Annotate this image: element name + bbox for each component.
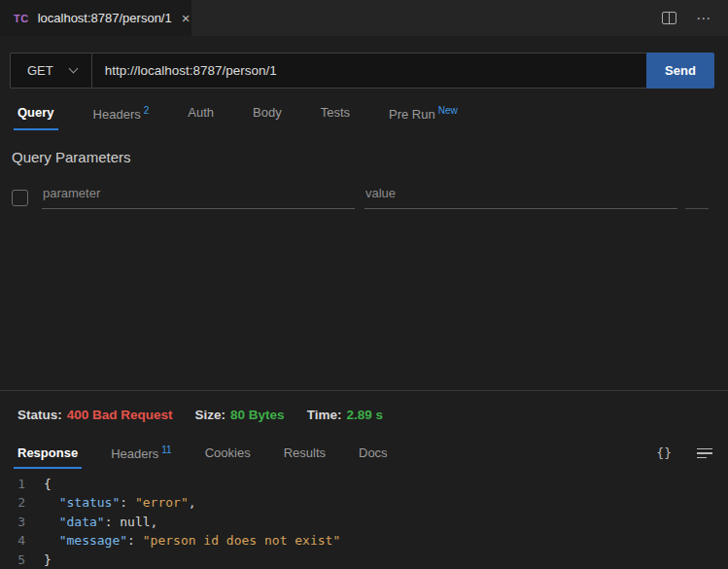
line-number: 1: [0, 475, 25, 493]
json-token: }: [44, 552, 52, 567]
tab-headers[interactable]: Headers2: [89, 97, 154, 130]
tab-pre-run[interactable]: Pre RunNew: [385, 97, 462, 130]
json-token: "error": [135, 495, 189, 510]
json-token: :: [105, 515, 121, 529]
time-value: 2.89 s: [346, 408, 383, 422]
url-input[interactable]: [92, 53, 646, 88]
thunder-client-icon: TC: [14, 13, 29, 24]
line-number: 4: [0, 531, 25, 550]
empty-area: [0, 209, 728, 389]
line-number: 3: [0, 513, 25, 531]
param-enable-checkbox[interactable]: [12, 190, 28, 206]
send-button[interactable]: Send: [646, 53, 714, 89]
response-headers-count-badge: 11: [161, 445, 171, 455]
request-section: GET Send Query Headers2 Auth Body Tests …: [0, 36, 728, 209]
response-meta-row: Status:400 Bad Request Size:80 Bytes Tim…: [0, 391, 728, 435]
code-line: 3 "data": null,: [0, 513, 728, 531]
size-value: 80 Bytes: [230, 408, 285, 422]
query-parameters-heading: Query Parameters: [12, 149, 714, 165]
status-value: 400 Bad Request: [67, 408, 173, 422]
editor-tabbar: TC localhost:8787/person/1 × ⋯: [0, 0, 728, 36]
thunder-client-window: TC localhost:8787/person/1 × ⋯ GET Send …: [0, 0, 728, 569]
json-token: :: [127, 533, 143, 548]
tab-auth[interactable]: Auth: [184, 97, 218, 130]
parameter-input[interactable]: [42, 186, 355, 209]
line-number: 5: [0, 551, 25, 569]
json-token: :: [120, 495, 135, 510]
json-token: ,: [151, 515, 158, 529]
method-label: GET: [27, 63, 53, 78]
tab-body[interactable]: Body: [249, 97, 286, 130]
request-tabs: Query Headers2 Auth Body Tests Pre RunNe…: [10, 97, 714, 130]
chevron-down-icon: [68, 64, 78, 74]
request-bar: GET Send: [10, 53, 714, 89]
json-token: "person id does not exist": [143, 533, 341, 548]
response-body-editor[interactable]: 1 { 2 "status": "error", 3 "data": null,…: [0, 470, 728, 569]
json-token: "data": [44, 515, 105, 529]
line-wrap-icon[interactable]: [697, 448, 712, 459]
new-badge: New: [438, 105, 458, 116]
code-line: 1 {: [0, 475, 728, 493]
headers-count-badge: 2: [144, 105, 150, 116]
line-number: 2: [0, 493, 25, 512]
json-token: "status": [44, 495, 120, 510]
code-line: 5 }: [0, 551, 728, 569]
editor-tab-request[interactable]: TC localhost:8787/person/1 ×: [0, 0, 191, 36]
tab-docs[interactable]: Docs: [355, 438, 392, 469]
json-token: null: [120, 515, 150, 529]
size-indicator: Size:80 Bytes: [195, 408, 285, 422]
response-section: Status:400 Bad Request Size:80 Bytes Tim…: [0, 390, 728, 569]
close-icon[interactable]: ×: [182, 11, 191, 25]
response-tabs: Response Headers11 Cookies Results Docs …: [0, 435, 728, 470]
tab-results[interactable]: Results: [280, 438, 329, 469]
split-editor-icon[interactable]: [662, 12, 676, 24]
tab-response-headers[interactable]: Headers11: [107, 437, 176, 470]
json-token: "message": [44, 533, 127, 548]
format-json-icon[interactable]: {}: [656, 445, 672, 460]
status-indicator: Status:400 Bad Request: [17, 408, 173, 422]
json-token: {: [44, 477, 52, 491]
more-actions-icon[interactable]: ⋯: [696, 16, 712, 21]
query-parameter-row: [10, 186, 714, 209]
code-line: 4 "message": "person id does not exist": [0, 531, 728, 550]
tab-query[interactable]: Query: [14, 97, 58, 130]
tabbar-actions: ⋯: [662, 0, 728, 36]
response-tab-icons: {}: [656, 445, 712, 460]
time-indicator: Time:2.89 s: [307, 408, 383, 422]
tab-tests[interactable]: Tests: [317, 97, 354, 130]
value-input[interactable]: [364, 186, 677, 209]
tab-cookies[interactable]: Cookies: [201, 438, 255, 469]
url-group: GET: [10, 53, 646, 89]
code-line: 2 "status": "error",: [0, 493, 728, 512]
method-dropdown[interactable]: GET: [11, 53, 92, 88]
tab-title: localhost:8787/person/1: [38, 11, 172, 25]
json-token: ,: [189, 495, 196, 510]
tab-response[interactable]: Response: [14, 438, 82, 469]
